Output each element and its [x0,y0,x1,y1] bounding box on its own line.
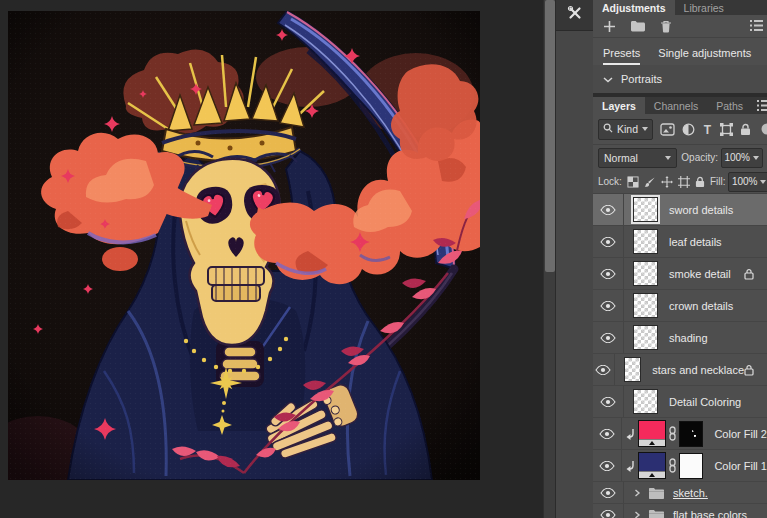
eye-icon [600,301,616,311]
clipping-mask-arrow-icon [625,428,636,440]
chevron-down-icon [760,180,766,184]
adjustments-tab-bar: Adjustments Libraries [593,0,767,15]
chevron-right-icon[interactable] [633,489,641,497]
visibility-toggle[interactable] [593,226,624,257]
add-adjustment-button[interactable] [603,20,616,33]
visibility-toggle[interactable] [593,258,624,289]
visibility-toggle[interactable] [593,354,615,385]
eye-icon [595,365,611,375]
visibility-toggle[interactable] [593,194,624,225]
group-folder-icon [648,487,664,499]
fill-slider [639,439,664,446]
scrollbar-thumb[interactable] [545,0,555,272]
tab-adjustments[interactable]: Adjustments [593,0,675,15]
opacity-value[interactable]: 100% [721,148,763,168]
color-swatch [639,421,664,439]
layer-row-crown-details[interactable]: crown details [593,290,767,322]
collapsed-panel-dock [555,0,594,518]
layer-filter-dropdown[interactable]: Kind [598,119,653,140]
tab-layers[interactable]: Layers [593,97,645,114]
document-canvas[interactable] [8,11,480,480]
layer-row-sword-details[interactable]: sword details [593,194,767,226]
layer-name[interactable]: leaf details [669,236,722,248]
transparent-pixels-icon[interactable] [627,176,639,188]
fill-layer-thumbnail[interactable] [638,452,665,479]
pixel-layers-icon[interactable] [660,123,675,136]
blend-mode-dropdown[interactable]: Normal [598,148,677,168]
layer-row-shading[interactable]: shading [593,322,767,354]
blend-mode-value: Normal [604,152,638,164]
group-name[interactable]: sketch. [673,487,708,499]
layer-row-smoke-detail[interactable]: smoke detail [593,258,767,290]
presets-section-portraits[interactable]: Portraits [593,65,767,93]
delete-button[interactable] [660,20,672,33]
layer-row-color-fill-1[interactable]: Color Fill 1 [593,450,767,482]
layer-name[interactable]: Color Fill 2 [714,428,767,440]
layer-thumbnail[interactable] [633,229,658,254]
chevron-down-icon [753,156,759,160]
subtab-single-adjustments[interactable]: Single adjustments [658,47,751,65]
layer-row-detail-coloring[interactable]: Detail Coloring [593,386,767,418]
layer-thumbnail[interactable] [633,197,658,222]
layer-name[interactable]: smoke detail [669,268,731,280]
clipping-mask-arrow-icon [625,460,636,472]
adjustment-layers-icon[interactable] [682,123,695,136]
layer-thumbnail[interactable] [624,357,642,382]
eye-icon [600,510,616,518]
chevron-right-icon[interactable] [633,511,641,518]
paint-icon[interactable] [644,176,656,188]
layer-mask-thumbnail[interactable] [679,421,704,447]
eye-icon [600,237,616,247]
tab-channels[interactable]: Channels [645,97,707,114]
layer-thumbnail[interactable] [633,389,658,414]
lock-all-icon[interactable] [695,176,705,188]
fill-layer-thumbnail[interactable] [638,420,665,447]
filter-toggle-icon[interactable] [758,122,767,136]
layer-name[interactable]: Detail Coloring [669,396,741,408]
type-layers-icon[interactable]: T [702,123,713,136]
chevron-down-icon [642,127,648,131]
layer-mask-thumbnail[interactable] [679,453,704,479]
tools-panel-button[interactable] [556,0,594,31]
layer-row-stars-and-necklace[interactable]: stars and necklace [593,354,767,386]
layer-name[interactable]: stars and necklace [652,364,744,376]
layer-thumbnail[interactable] [633,261,658,286]
shape-layers-icon[interactable] [720,123,733,136]
layer-row-leaf-details[interactable]: leaf details [593,226,767,258]
tab-paths[interactable]: Paths [707,97,752,114]
visibility-toggle[interactable] [593,290,624,321]
layers-panel-menu-icon[interactable] [757,100,767,113]
preset-list-view-button[interactable] [750,20,763,31]
visibility-toggle[interactable] [593,418,622,449]
group-folder-icon [648,509,664,518]
visibility-toggle[interactable] [593,450,622,481]
plus-icon [603,20,616,33]
layer-name[interactable]: Color Fill 1 [714,460,767,472]
visibility-toggle[interactable] [593,504,624,518]
visibility-toggle[interactable] [593,322,624,353]
smart-objects-icon[interactable] [740,123,751,136]
move-icon[interactable] [661,176,673,188]
artboard-icon[interactable] [678,176,690,188]
canvas-area[interactable] [0,0,555,518]
group-row-sketch[interactable]: sketch. [593,482,767,504]
fill-value[interactable]: 100% [728,172,767,192]
layer-thumbnail[interactable] [633,293,658,318]
opacity-label: Opacity: [681,152,718,163]
visibility-toggle[interactable] [593,386,624,417]
group-name[interactable]: flat base colors [673,509,747,518]
layer-thumbnail[interactable] [633,325,658,350]
eye-icon [599,429,615,439]
new-group-button[interactable] [630,20,646,32]
subtab-presets[interactable]: Presets [603,47,640,65]
color-swatch [639,453,664,471]
chevron-down-icon [665,156,671,160]
layer-row-color-fill-2[interactable]: Color Fill 2 [593,418,767,450]
list-view-icon [750,20,763,31]
visibility-toggle[interactable] [593,482,624,503]
layer-name[interactable]: crown details [669,300,733,312]
group-row-flat-base-colors[interactable]: flat base colors [593,504,767,518]
tab-libraries[interactable]: Libraries [675,0,733,15]
layer-name[interactable]: sword details [669,204,733,216]
layer-name[interactable]: shading [669,332,708,344]
